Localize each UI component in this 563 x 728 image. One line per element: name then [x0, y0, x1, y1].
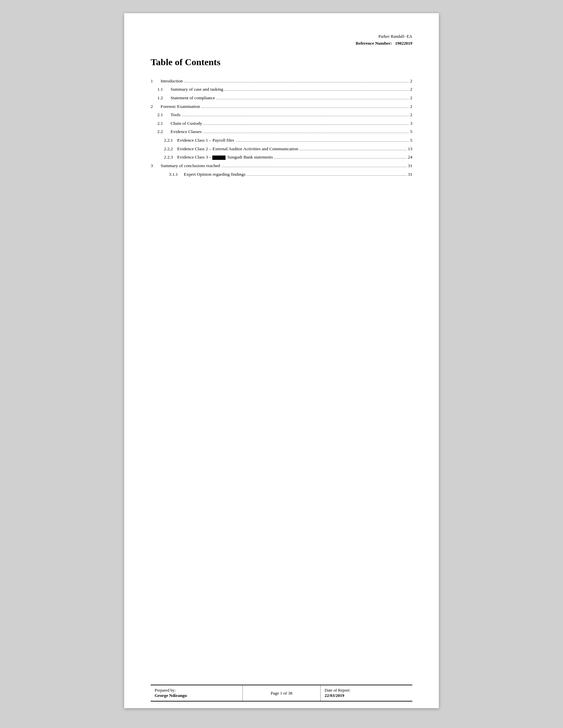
toc-label-1-2: Statement of compliance 2 [170, 94, 412, 102]
reference-number: 19022019 [395, 41, 412, 46]
toc-num-1-1: 1.1 [151, 85, 170, 94]
toc-label-2-1b: Chain of Custody 3 [170, 119, 412, 128]
toc-content: 1 Introduction 2 1.1 Summary of case and… [151, 77, 412, 685]
toc-num-2-2: 2.2 [151, 127, 170, 136]
footer-preparer: Prepared by: George Ndirangu [151, 685, 243, 701]
reference-line: Reference Number: 19022019 [151, 40, 412, 47]
reference-label: Reference Number: [356, 41, 392, 46]
toc-num-2-2-2: 2.2.2 [151, 145, 177, 153]
toc-label-2-2: Evidence Classes 5 [170, 127, 412, 136]
toc-label-3: Summary of conclusions reached 31 [161, 161, 412, 170]
toc-num-3: 3 [151, 161, 161, 170]
toc-entry-2-2-1: 2.2.1 Evidence Class 1 – Payroll files 5 [151, 136, 412, 145]
document-header: Parker Randall- EA Reference Number: 190… [151, 33, 412, 47]
date-of-report-value: 22/03/2019 [325, 693, 408, 698]
toc-entry-2-1a: 2.1 Tools 2 [151, 111, 412, 119]
toc-label-2-1a: Tools 2 [170, 111, 412, 119]
toc-num-1-2: 1.2 [151, 94, 170, 102]
toc-entry-1: 1 Introduction 2 [151, 77, 412, 85]
footer-page-number: Page 1 of 38 [243, 685, 321, 701]
toc-label-1-1: Summary of case and tasking 2 [170, 85, 412, 94]
toc-label-2: Forensic Examination 2 [161, 102, 412, 111]
toc-title: Table of Contents [151, 57, 412, 68]
toc-entry-3: 3 Summary of conclusions reached 31 [151, 161, 412, 170]
toc-entry-1-1: 1.1 Summary of case and tasking 2 [151, 85, 412, 94]
preparer-name: George Ndirangu [155, 693, 238, 698]
toc-label-2-2-3: Evidence Class 3 – Sungudi Bank statemen… [177, 153, 412, 161]
toc-entry-2-2-2: 2.2.2 Evidence Class 2 – External Audito… [151, 145, 412, 153]
toc-entry-2: 2 Forensic Examination 2 [151, 102, 412, 111]
toc-label-2-2-2: Evidence Class 2 – External Auditor Acti… [177, 145, 412, 153]
toc-num-2-1b: 2.1 [151, 119, 170, 128]
toc-num-1: 1 [151, 77, 161, 85]
toc-num-2: 2 [151, 102, 161, 111]
page-footer: Prepared by: George Ndirangu Page 1 of 3… [151, 685, 412, 702]
toc-entry-2-1b: 2.1 Chain of Custody 3 [151, 119, 412, 128]
toc-entry-3-1-1: 3.1.1 Expert Opinion regarding findings … [151, 170, 412, 179]
toc-num-2-2-1: 2.2.1 [151, 136, 177, 145]
toc-num-3-1-1: 3.1.1 [151, 170, 184, 179]
prepared-by-label: Prepared by: [155, 688, 238, 693]
toc-label-1: Introduction 2 [161, 77, 412, 85]
toc-num-2-2-3: 2.2.3 [151, 153, 177, 161]
toc-entry-1-2: 1.2 Statement of compliance 2 [151, 94, 412, 102]
document-page: Parker Randall- EA Reference Number: 190… [124, 13, 439, 708]
redacted-block [212, 156, 225, 160]
date-of-report-label: Date of Report: [325, 688, 408, 693]
toc-num-2-1a: 2.1 [151, 111, 170, 119]
toc-label-3-1-1: Expert Opinion regarding findings 31 [184, 170, 412, 179]
footer-date: Date of Report: 22/03/2019 [321, 685, 412, 701]
toc-entry-2-2: 2.2 Evidence Classes 5 [151, 127, 412, 136]
toc-label-2-2-1: Evidence Class 1 – Payroll files 5 [177, 136, 412, 145]
toc-entry-2-2-3: 2.2.3 Evidence Class 3 – Sungudi Bank st… [151, 153, 412, 161]
page-label: Page 1 of 38 [270, 691, 292, 696]
company-name: Parker Randall- EA [151, 33, 412, 40]
